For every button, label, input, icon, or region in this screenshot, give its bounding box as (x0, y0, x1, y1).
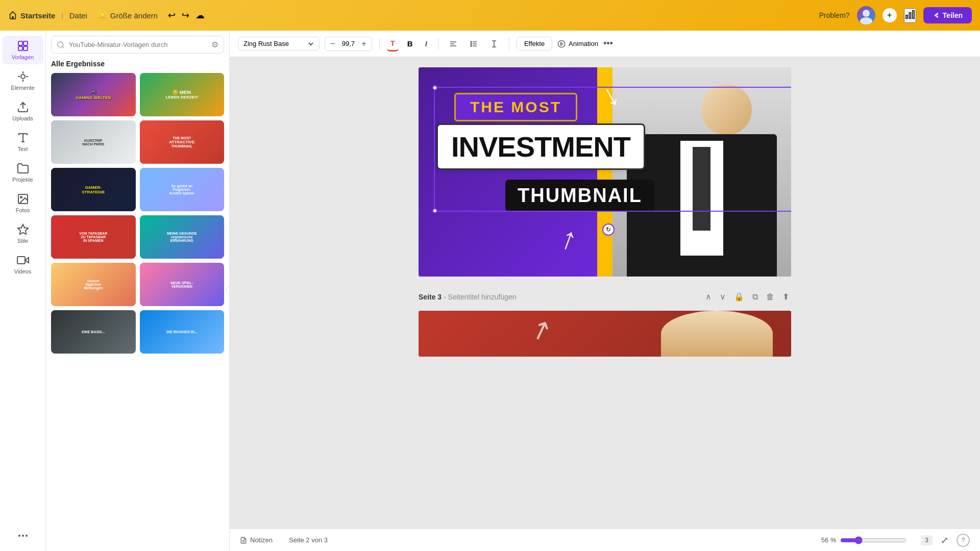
svg-rect-5 (18, 41, 22, 45)
size-change-button[interactable]: 🪙 Größe ändern (97, 11, 158, 20)
sidebar-item-elemente[interactable]: Elemente (3, 66, 43, 95)
template-item[interactable]: NEUE SPIEL-VERSIONEN (140, 263, 225, 306)
svg-point-25 (471, 43, 472, 44)
help-button[interactable]: ? (957, 534, 970, 547)
bold-button[interactable]: B (404, 37, 416, 51)
italic-button[interactable]: I (422, 37, 431, 51)
person-area (612, 67, 791, 277)
svg-point-0 (863, 10, 870, 17)
text-block-2[interactable]: INVESTMENT (436, 123, 645, 170)
template-grid: 🎮 GAMING-WELTEN 😊 MEIN LEBEN DERZEIT (51, 73, 224, 354)
hide-panel-button[interactable]: ◀ (226, 285, 230, 297)
toolbar-divider-3 (509, 38, 509, 50)
undo-button[interactable]: ↩ (168, 10, 176, 21)
svg-rect-3 (909, 13, 911, 18)
font-size-decrease[interactable]: − (329, 39, 336, 48)
results-title: Alle Ergebnisse (51, 60, 224, 68)
sidebar-item-projekte[interactable]: Projekte (3, 158, 43, 187)
redo-button[interactable]: ↪ (182, 10, 189, 21)
sidebar: Vorlagen Elemente Uploads Text Projekte … (0, 31, 46, 551)
sidebar-item-more[interactable] (3, 525, 43, 546)
font-size-input[interactable] (338, 40, 358, 47)
template-item[interactable]: UnseretäglichenMeldungen (51, 263, 136, 306)
sidebar-item-stile[interactable]: Stile (3, 219, 43, 248)
fullscreen-button[interactable]: ⤢ (941, 535, 948, 546)
home-button[interactable]: Startseite (8, 11, 55, 20)
svg-point-14 (19, 535, 20, 536)
analytics-button[interactable] (904, 8, 916, 23)
page-canvas-2: ↓ ↑ THE MOST INVESTMENT THUMBNAIL (419, 67, 791, 277)
template-item[interactable]: So geldst anFlugticket-Kosten sparen (140, 168, 225, 211)
file-menu[interactable]: Datei (69, 11, 87, 20)
page-section-header-3: Seite 3 - Seitentitel hinzufügen ∧ ∨ 🔒 ⧉… (419, 287, 791, 307)
top-bar: Startseite | Datei 🪙 Größe ändern ↩ ↪ ☁ … (0, 0, 980, 31)
toolbar: Zing Rust Base − + T B I Effekt (230, 31, 980, 57)
template-item[interactable]: THE MOST ATTRACTIVE THUMBNAIL (140, 120, 225, 164)
bottom-bar: Notizen Seite 2 von 3 56 % 3 ⤢ ? (230, 529, 980, 551)
template-item[interactable]: EINE BASIS... (51, 310, 136, 354)
svg-point-9 (21, 74, 25, 79)
save-cloud-button[interactable]: ☁ (195, 10, 205, 21)
svg-rect-6 (23, 41, 28, 45)
text-block-1[interactable]: THE MOST (454, 93, 577, 121)
sidebar-item-text[interactable]: Text (3, 128, 43, 156)
page-collapse-up[interactable]: ∧ (703, 291, 714, 303)
svg-point-26 (471, 45, 472, 46)
page-duplicate[interactable]: ⧉ (750, 291, 760, 303)
avatar (857, 6, 875, 24)
main-area: Vorlagen Elemente Uploads Text Projekte … (0, 31, 980, 551)
animation-button[interactable]: Animation (557, 40, 598, 48)
text-color-button[interactable]: T (387, 36, 399, 52)
text-label-2: INVESTMENT (451, 131, 630, 163)
page-count-badge: 3 (921, 535, 933, 545)
sidebar-item-fotos[interactable]: Fotos (3, 189, 43, 217)
svg-rect-8 (23, 46, 28, 51)
page-3-preview[interactable]: ↗ (419, 311, 791, 357)
page-collapse-down[interactable]: ∨ (718, 291, 728, 303)
effects-button[interactable]: Effekte (517, 37, 552, 51)
share-button[interactable]: Teilen (923, 7, 972, 23)
font-size-increase[interactable]: + (360, 39, 367, 48)
chevron-down-icon (308, 41, 314, 47)
template-item[interactable]: 😊 MEIN LEBEN DERZEIT (140, 73, 225, 116)
template-item[interactable]: DIE ROOKIES IN... (140, 310, 225, 354)
spacing-button[interactable] (486, 37, 502, 51)
font-size-control: − + (325, 37, 372, 51)
left-panel: ⚙ Alle Ergebnisse 🎮 GAMING-WELTEN 😊 MEIN… (46, 31, 230, 551)
template-item[interactable]: VON TAPASBARZU TAPASBARIN SPANIEN (51, 215, 136, 259)
svg-point-11 (20, 196, 22, 198)
align-left-button[interactable] (446, 37, 461, 51)
add-person-button[interactable]: + (883, 8, 897, 22)
template-item[interactable]: KURZTRIP NACH PARIS (51, 120, 136, 164)
notes-button[interactable]: Notizen (240, 536, 273, 544)
font-selector[interactable]: Zing Rust Base (238, 37, 320, 51)
rotate-handle[interactable]: ↻ (602, 223, 615, 236)
sidebar-item-vorlagen[interactable]: Vorlagen (3, 36, 43, 64)
filter-button[interactable]: ⚙ (211, 40, 218, 49)
svg-point-24 (471, 41, 472, 42)
more-options-button[interactable]: ••• (603, 38, 613, 49)
sidebar-item-videos[interactable]: Videos (3, 250, 43, 279)
svg-rect-4 (913, 11, 914, 18)
template-item[interactable]: GAMER- STRATEGIE (51, 168, 136, 211)
svg-point-15 (22, 535, 23, 536)
canvas-inner[interactable]: ↓ ↑ THE MOST INVESTMENT THUMBNAIL (419, 67, 791, 277)
svg-rect-7 (18, 46, 22, 51)
problem-button[interactable]: Problem? (819, 11, 850, 19)
zoom-slider[interactable] (840, 536, 906, 544)
svg-rect-13 (17, 257, 25, 264)
search-input[interactable] (69, 41, 207, 48)
page-export[interactable]: ⬆ (780, 291, 791, 303)
page-lock[interactable]: 🔒 (732, 291, 746, 303)
template-item[interactable]: 🎮 GAMING-WELTEN (51, 73, 136, 116)
text-block-3[interactable]: THUMBNAIL (505, 180, 654, 212)
top-bar-right: Problem? + Teilen (819, 6, 972, 24)
template-item[interactable]: MEINE GESUNDEvegetarischeERNÄHRUNG (140, 215, 225, 259)
list-button[interactable] (466, 37, 481, 51)
text-label-3: THUMBNAIL (518, 185, 642, 206)
toolbar-divider (379, 38, 380, 50)
toolbar-divider-2 (438, 38, 438, 50)
page-delete[interactable]: 🗑 (764, 291, 776, 303)
page-indicator: Seite 2 von 3 (289, 536, 328, 544)
sidebar-item-uploads[interactable]: Uploads (3, 97, 43, 126)
